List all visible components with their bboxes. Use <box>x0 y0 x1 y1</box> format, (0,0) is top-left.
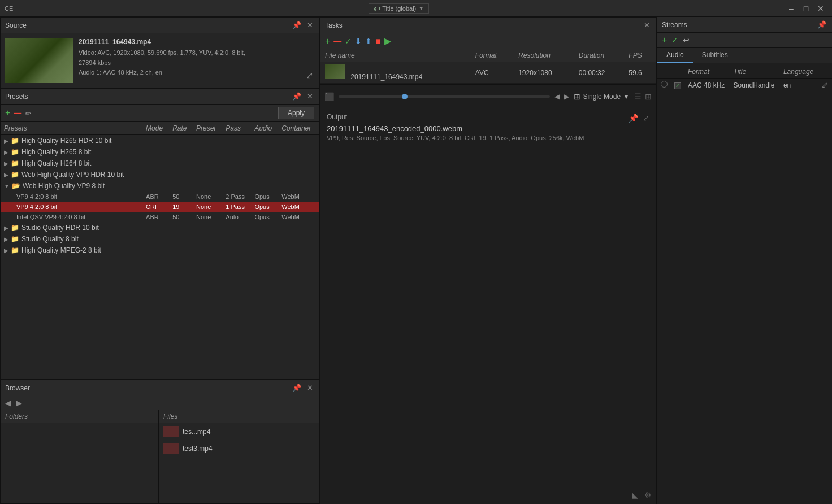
folder-icon: 📁 <box>11 148 19 156</box>
output-expand-icon[interactable]: ⤢ <box>643 114 649 123</box>
tasks-table: File name Format Resolution Duration FPS… <box>320 49 656 84</box>
tasks-remove-button[interactable]: — <box>333 37 341 46</box>
apply-button[interactable]: Apply <box>278 107 314 119</box>
tasks-check-button[interactable]: ✓ <box>345 37 352 46</box>
stream-radio[interactable] <box>657 79 671 92</box>
source-close-button[interactable]: ✕ <box>306 21 314 29</box>
browser-back-button[interactable]: ◀ <box>5 398 11 407</box>
single-mode-button[interactable]: ⊞ Single Mode ▼ <box>574 92 630 101</box>
presets-panel-header: Presets 📌 ✕ <box>1 89 319 105</box>
preset-mode: ABR <box>142 192 169 202</box>
preset-pass: 2 Pass <box>222 192 251 202</box>
preset-row[interactable]: VP9 4:2:0 8 bit ABR 50 None 2 Pass Opus … <box>1 192 319 202</box>
preset-row-selected[interactable]: VP9 4:2:0 8 bit CRF 19 None 1 Pass Opus … <box>1 202 319 212</box>
source-header-icons: 📌 ✕ <box>291 21 314 29</box>
tasks-close-button[interactable]: ✕ <box>643 21 651 29</box>
streams-undo-button[interactable]: ↩ <box>683 36 690 45</box>
tasks-col-fps: FPS <box>624 49 656 62</box>
tasks-play-button[interactable]: ▶ <box>384 36 391 46</box>
preset-pass: 1 Pass <box>222 202 251 212</box>
main-layout: Source 📌 ✕ 20191111_164943.mp4 Video: AV… <box>0 17 832 504</box>
source-pin-button[interactable]: 📌 <box>291 21 302 29</box>
group-name: High Quality H264 8 bit <box>21 159 91 167</box>
col-rate: Rate <box>169 122 193 135</box>
timeline-thumb[interactable] <box>402 94 408 99</box>
folders-header: Folders <box>1 410 158 423</box>
preset-preset: None <box>193 202 222 212</box>
group-row[interactable]: ▶ 📁 Web High Quality VP9 HDR 10 bit <box>1 169 319 180</box>
titlebar: CE 🏷 Title (global) ▼ – □ ✕ <box>0 0 832 17</box>
group-row-expanded[interactable]: ▼ 📂 Web High Quality VP9 8 bit <box>1 180 319 192</box>
preset-audio: Opus <box>251 202 278 212</box>
tasks-panel-header: Tasks ✕ <box>320 18 656 33</box>
stream-checkbox[interactable]: ✓ <box>671 79 684 92</box>
presets-close-button[interactable]: ✕ <box>306 92 314 101</box>
single-mode-icon: ⊞ <box>574 92 580 101</box>
streams-check-button[interactable]: ✓ <box>671 36 678 45</box>
browser-panel-header: Browser 📌 ✕ <box>1 380 319 396</box>
output-filename: 20191111_164943_encoded_0000.webm <box>327 124 649 133</box>
output-pin-icon[interactable]: 📌 <box>629 114 638 123</box>
presets-add-button[interactable]: + <box>5 108 10 118</box>
close-button[interactable]: ✕ <box>814 2 827 15</box>
group-row[interactable]: ▶ 📁 Studio Quality 8 bit <box>1 233 319 245</box>
tab-audio[interactable]: Audio <box>657 48 693 63</box>
tasks-move-up-button[interactable]: ⬆ <box>365 37 372 46</box>
stream-row[interactable]: ✓ AAC 48 kHz SoundHandle en 🖉 <box>657 79 832 92</box>
checkbox-icon[interactable]: ✓ <box>674 82 681 89</box>
preset-container: WebM <box>278 202 319 212</box>
browser-pin-button[interactable]: 📌 <box>291 384 302 392</box>
tasks-stop-button[interactable]: ■ <box>375 36 381 46</box>
presets-pin-button[interactable]: 📌 <box>291 92 302 101</box>
presets-table: Presets Mode Rate Preset Pass Audio Cont… <box>1 122 319 379</box>
presets-header-icons: 📌 ✕ <box>291 92 314 101</box>
task-row[interactable]: 20191111_164943.mp4 AVC 1920x1080 00:00:… <box>320 62 656 84</box>
file-item[interactable]: tes...mp4 <box>159 423 319 440</box>
tasks-col-filename: File name <box>320 49 471 62</box>
source-expand-icon[interactable]: ⤢ <box>305 70 314 81</box>
presets-remove-button[interactable]: — <box>14 108 21 118</box>
view-grid-icon[interactable]: ⊞ <box>645 92 652 101</box>
maximize-button[interactable]: □ <box>799 2 813 15</box>
folder-open-icon: 📂 <box>12 182 20 190</box>
tasks-panel: Tasks ✕ + — ✓ ⬇ ⬆ ■ ▶ File name <box>320 17 656 84</box>
group-row[interactable]: ▶ 📁 High Quality H264 8 bit <box>1 158 319 169</box>
timeline-track[interactable] <box>339 95 550 98</box>
external-link-icon[interactable]: ⬕ <box>631 490 639 499</box>
streams-tabs: Audio Subtitles <box>657 48 832 63</box>
browser-close-button[interactable]: ✕ <box>306 384 314 392</box>
group-row[interactable]: ▶ 📁 Studio Quality HDR 10 bit <box>1 222 319 233</box>
preset-container: WebM <box>278 212 319 222</box>
settings-icon[interactable]: ⚙ <box>644 490 652 499</box>
titlebar-controls: – □ ✕ <box>785 2 827 15</box>
chevron-right-icon: ▶ <box>4 160 8 167</box>
browser-forward-button[interactable]: ▶ <box>16 398 22 407</box>
preset-mode: ABR <box>142 212 169 222</box>
tasks-add-button[interactable]: + <box>325 36 330 46</box>
tasks-col-resolution: Resolution <box>514 49 574 62</box>
group-row[interactable]: ▶ 📁 High Quality H265 8 bit <box>1 146 319 158</box>
output-info: Output 📌 ⤢ 20191111_164943_encoded_0000.… <box>320 108 656 146</box>
tasks-move-down-button[interactable]: ⬇ <box>355 37 362 46</box>
title-global-widget[interactable]: 🏷 Title (global) ▼ <box>369 3 429 14</box>
file-item[interactable]: test3.mp4 <box>159 440 319 457</box>
preset-rate: 50 <box>169 192 193 202</box>
streams-pin-button[interactable]: 📌 <box>816 20 827 29</box>
group-row[interactable]: ▶ 📁 High Quality MPEG-2 8 bit <box>1 245 319 256</box>
chevron-right-icon: ▶ <box>4 236 8 242</box>
presets-toolbar: + — ✏ Apply <box>1 105 319 122</box>
tasks-header-icons: ✕ <box>643 21 651 29</box>
source-panel-header: Source 📌 ✕ <box>1 18 319 33</box>
left-panel: Source 📌 ✕ 20191111_164943.mp4 Video: AV… <box>0 17 319 504</box>
view-list-icon[interactable]: ☰ <box>634 92 642 101</box>
source-thumb-image <box>5 38 73 83</box>
minimize-button[interactable]: – <box>785 2 798 15</box>
presets-edit-button[interactable]: ✏ <box>25 109 31 118</box>
group-row[interactable]: ▶ 📁 High Quality H265 HDR 10 bit <box>1 135 319 147</box>
streams-add-button[interactable]: + <box>662 35 667 45</box>
tab-subtitles[interactable]: Subtitles <box>693 48 737 63</box>
chevron-right-icon: ▶ <box>4 138 8 144</box>
preset-row[interactable]: Intel QSV VP9 4:2:0 8 bit ABR 50 None Au… <box>1 212 319 222</box>
caption-icon: 🖉 <box>822 82 828 89</box>
radio-icon[interactable] <box>661 81 668 88</box>
